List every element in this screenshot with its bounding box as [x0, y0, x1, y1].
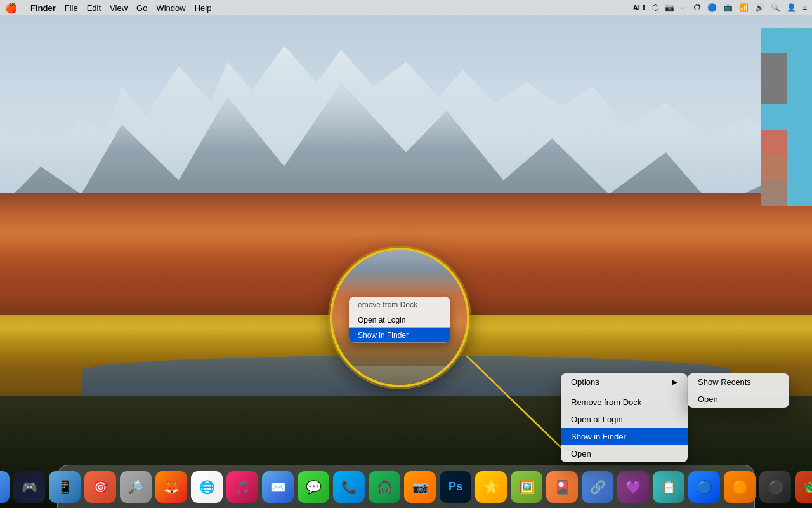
- volume-icon: 🔊: [755, 3, 764, 12]
- submenu-show-recents[interactable]: Show Recents: [688, 373, 789, 391]
- dock-icon-photoshop[interactable]: Ps: [439, 471, 472, 504]
- dock-icon-itunes[interactable]: 🎵: [226, 471, 259, 504]
- dock-icon-app5[interactable]: 🖼️: [510, 471, 543, 504]
- context-menu-show-in-finder[interactable]: Show in Finder: [561, 428, 688, 445]
- panel-icon: [761, 180, 787, 206]
- list-icon[interactable]: ≡: [802, 3, 807, 12]
- dock-icon-app10[interactable]: 🔵: [688, 471, 721, 504]
- menubar-window[interactable]: Window: [156, 3, 185, 13]
- dock-icon-messages[interactable]: 💬: [297, 471, 330, 504]
- magnify-menu: emove from Dock Open at Login Show in Fi…: [349, 297, 450, 343]
- dock-icon-app2[interactable]: 🎯: [84, 471, 117, 504]
- submenu-open[interactable]: Open: [688, 391, 789, 408]
- dock: 🗂️ 🚀 ⚙️ 🅐 🎮 📱 🎯 🔎: [57, 465, 755, 508]
- panel-icon: [761, 130, 787, 155]
- bluetooth-icon: 🔵: [707, 3, 717, 12]
- dock-icon-app11[interactable]: 🟠: [723, 471, 756, 504]
- panel-icon: [787, 104, 812, 130]
- dock-icon-app9[interactable]: 📋: [652, 471, 685, 504]
- dock-icon-app12[interactable]: ⚫: [759, 471, 792, 504]
- desktop: emove from Dock Open at Login Show in Fi…: [0, 0, 812, 508]
- user-icon[interactable]: 👤: [787, 3, 796, 12]
- submenu-arrow-icon: ▶: [672, 378, 678, 385]
- magnify-remove-from-dock: emove from Dock: [349, 297, 450, 312]
- panel-icon: [787, 53, 812, 79]
- panel-icon: [761, 28, 787, 53]
- search-icon[interactable]: 🔍: [771, 3, 780, 12]
- dock-icon-chrome[interactable]: 🌐: [190, 471, 223, 504]
- magnify-open-at-login: Open at Login: [349, 312, 450, 328]
- panel-icon: [787, 79, 812, 104]
- panel-icon: [787, 155, 812, 180]
- dock-icon-firefox[interactable]: 🦊: [155, 471, 188, 504]
- dots-icon: ···: [681, 3, 687, 12]
- dock-icon-app13[interactable]: 🐲: [794, 471, 812, 504]
- context-menu-remove-from-dock[interactable]: Remove from Dock: [561, 394, 688, 411]
- magnify-circle: emove from Dock Open at Login Show in Fi…: [330, 248, 469, 387]
- panel-icon: [761, 79, 787, 104]
- camera-icon: 📷: [665, 3, 674, 12]
- menubar-go[interactable]: Go: [136, 3, 147, 13]
- magnify-show-in-finder: Show in Finder: [349, 328, 450, 343]
- menubar-help[interactable]: Help: [195, 3, 212, 13]
- right-panel-icons: [761, 28, 812, 206]
- context-menu[interactable]: Options ▶ Show Recents Open Remove from …: [561, 373, 688, 462]
- menubar-left: 🍎 Finder File Edit View Go Window Help: [5, 2, 211, 14]
- dropbox-icon: ⬡: [652, 3, 658, 12]
- airplay-icon: 📺: [723, 3, 733, 12]
- panel-icon: [761, 155, 787, 180]
- time-machine-icon: ⏱: [693, 3, 701, 12]
- panel-icon: [761, 104, 787, 130]
- options-submenu[interactable]: Show Recents Open: [688, 373, 789, 408]
- dock-icon-skype[interactable]: 📞: [332, 471, 365, 504]
- wifi-icon: 📶: [739, 3, 749, 12]
- dock-icon-spotify[interactable]: 🎧: [368, 471, 401, 504]
- dock-icon-mail[interactable]: ✉️: [261, 471, 294, 504]
- menubar-right: AI 1 ⬡ 📷 ··· ⏱ 🔵 📺 📶 🔊 🔍 👤 ≡: [633, 3, 807, 12]
- context-menu-options[interactable]: Options ▶ Show Recents Open: [561, 373, 688, 391]
- apple-menu-icon[interactable]: 🍎: [5, 2, 18, 14]
- panel-icon: [787, 28, 812, 53]
- panel-icon: [787, 180, 812, 206]
- dock-icon-app-store[interactable]: 🅐: [0, 471, 10, 504]
- dock-icon-steam[interactable]: 🎮: [13, 471, 46, 504]
- dock-icon-app3[interactable]: 🔎: [119, 471, 152, 504]
- context-menu-open[interactable]: Open: [561, 445, 688, 462]
- dock-icon-app7[interactable]: 🔗: [581, 471, 614, 504]
- menubar-file[interactable]: File: [65, 3, 78, 13]
- dock-icon-photos[interactable]: 📷: [403, 471, 436, 504]
- options-label: Options: [571, 377, 599, 387]
- menubar-edit[interactable]: Edit: [87, 3, 101, 13]
- context-menu-open-at-login[interactable]: Open at Login: [561, 411, 688, 428]
- dock-icon-app1[interactable]: 📱: [48, 471, 81, 504]
- dock-icon-app6[interactable]: 🎴: [546, 471, 579, 504]
- menubar-app-name[interactable]: Finder: [30, 3, 56, 13]
- adobe-icon: AI 1: [633, 4, 646, 11]
- dock-icon-app8[interactable]: 💜: [617, 471, 650, 504]
- panel-icon: [787, 130, 812, 155]
- menu-separator: [561, 392, 688, 392]
- panel-icon: [761, 53, 787, 79]
- dock-icon-app4[interactable]: ⭐: [475, 471, 508, 504]
- menubar: 🍎 Finder File Edit View Go Window Help A…: [0, 0, 812, 15]
- menubar-view[interactable]: View: [110, 3, 128, 13]
